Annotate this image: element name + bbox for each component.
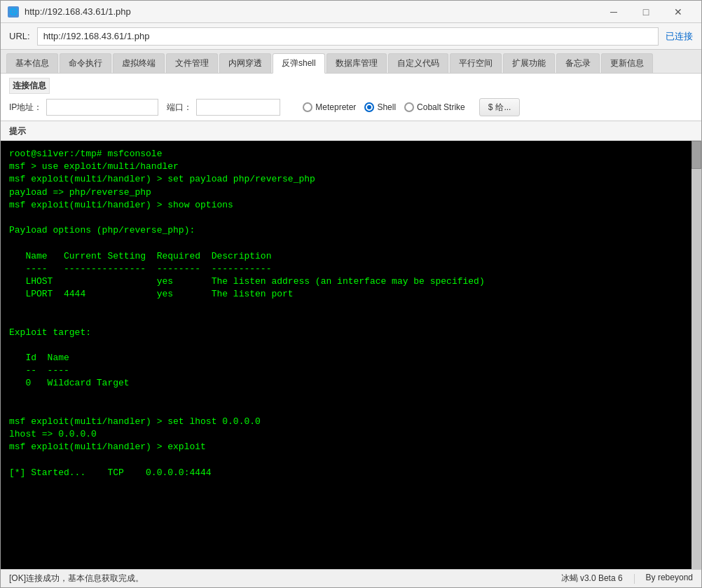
ip-field: IP地址：	[9, 99, 158, 116]
terminal-wrapper: root@silver:/tmp# msfconsole msf > use e…	[1, 141, 701, 569]
nav-tabs: 基本信息 命令执行 虚拟终端 文件管理 内网穿透 反弹shell 数据库管理 自…	[1, 50, 701, 74]
status-divider	[634, 574, 635, 584]
connection-section-title: 连接信息	[9, 78, 50, 94]
give-button[interactable]: $ 给...	[479, 98, 521, 116]
port-label: 端口：	[167, 102, 192, 114]
give-button-icon: $	[488, 102, 493, 112]
give-button-label: 给...	[495, 102, 511, 114]
radio-shell[interactable]: Shell	[364, 102, 396, 112]
version-label: 冰蝎 v3.0 Beta 6	[561, 573, 623, 584]
window-controls: ─ □ ✕	[598, 1, 694, 23]
title-bar-left: 🌐 http://192.168.43.61/1.php	[8, 6, 131, 18]
tab-virtual-terminal[interactable]: 虚拟终端	[113, 53, 165, 73]
status-message: [OK]连接成功，基本信息获取完成。	[9, 573, 144, 584]
tab-custom-code[interactable]: 自定义代码	[388, 53, 448, 73]
minimize-button[interactable]: ─	[598, 1, 630, 23]
connection-status: 已连接	[666, 30, 693, 43]
radio-meterpreter-circle	[303, 102, 312, 112]
url-input[interactable]	[37, 27, 659, 46]
radio-meterpreter[interactable]: Metepreter	[303, 102, 356, 112]
ip-input[interactable]	[46, 99, 158, 116]
tab-notes[interactable]: 备忘录	[556, 53, 600, 73]
port-input[interactable]	[196, 99, 280, 116]
maximize-button[interactable]: □	[630, 1, 662, 23]
url-bar: URL: 已连接	[1, 23, 701, 50]
tab-update-info[interactable]: 更新信息	[601, 53, 653, 73]
tab-reverse-shell[interactable]: 反弹shell	[273, 53, 325, 74]
radio-cobalt-strike[interactable]: Cobalt Strike	[404, 102, 465, 112]
author-label: By rebeyond	[646, 573, 693, 584]
tab-command-exec[interactable]: 命令执行	[60, 53, 111, 73]
radio-meterpreter-label: Metepreter	[315, 102, 356, 112]
terminal-output[interactable]: root@silver:/tmp# msfconsole msf > use e…	[1, 141, 691, 569]
window-title: http://192.168.43.61/1.php	[25, 6, 131, 17]
payload-radio-group: Metepreter Shell Cobalt Strike	[303, 102, 464, 112]
radio-cobalt-strike-circle	[404, 102, 414, 112]
connection-section: 连接信息 IP地址： 端口： Metepreter Shell Cobalt S…	[1, 74, 701, 121]
terminal-scrollbar[interactable]	[691, 141, 701, 569]
radio-cobalt-strike-label: Cobalt Strike	[417, 102, 465, 112]
radio-shell-label: Shell	[377, 102, 396, 112]
radio-shell-circle	[364, 102, 374, 112]
url-label: URL:	[9, 31, 30, 41]
connection-row: IP地址： 端口： Metepreter Shell Cobalt Strike…	[9, 98, 693, 116]
tab-file-manager[interactable]: 文件管理	[166, 53, 218, 73]
tab-parallel-space[interactable]: 平行空间	[450, 53, 502, 73]
app-icon: 🌐	[8, 6, 19, 18]
tab-database[interactable]: 数据库管理	[326, 53, 387, 73]
status-bar: [OK]连接成功，基本信息获取完成。 冰蝎 v3.0 Beta 6 By reb…	[1, 569, 701, 587]
tab-intranet[interactable]: 内网穿透	[219, 53, 271, 73]
tab-extensions[interactable]: 扩展功能	[503, 53, 555, 73]
tab-basic-info[interactable]: 基本信息	[6, 53, 58, 73]
ip-label: IP地址：	[9, 102, 42, 114]
scrollbar-thumb[interactable]	[691, 141, 701, 169]
status-right: 冰蝎 v3.0 Beta 6 By rebeyond	[561, 573, 693, 584]
hint-section: 提示	[1, 121, 701, 141]
title-bar: 🌐 http://192.168.43.61/1.php ─ □ ✕	[1, 1, 701, 23]
close-button[interactable]: ✕	[662, 1, 694, 23]
hint-title: 提示	[9, 126, 26, 136]
port-field: 端口：	[167, 99, 280, 116]
